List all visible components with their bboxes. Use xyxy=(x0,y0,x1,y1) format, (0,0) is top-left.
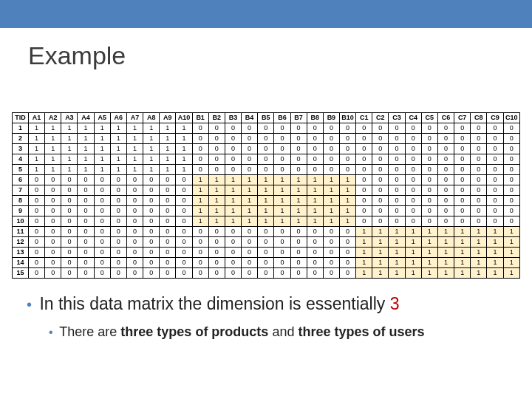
cell: 0 xyxy=(208,154,225,165)
cell: 0 xyxy=(29,185,45,196)
cell: 0 xyxy=(471,123,487,134)
row-tid: 2 xyxy=(13,134,29,144)
cell: 0 xyxy=(405,206,421,216)
cell: 1 xyxy=(160,144,176,154)
cell: 0 xyxy=(160,175,176,185)
cell: 0 xyxy=(110,206,126,216)
cell: 1 xyxy=(61,144,78,154)
cell: 0 xyxy=(143,175,160,185)
cell: 0 xyxy=(29,237,45,248)
cell: 0 xyxy=(503,196,519,206)
cell: 0 xyxy=(307,134,323,144)
cell: 0 xyxy=(274,144,290,154)
cell: 0 xyxy=(323,248,339,258)
cell: 0 xyxy=(192,144,208,154)
cell: 1 xyxy=(487,268,503,279)
cell: 1 xyxy=(372,268,389,279)
cell: 0 xyxy=(242,268,258,279)
data-matrix: TIDA1A2A3A4A5A6A7A8A9A10B1B2B3B4B5B6B7B8… xyxy=(12,112,520,279)
col-header: B6 xyxy=(274,113,290,123)
row-tid: 13 xyxy=(13,248,29,258)
cell: 1 xyxy=(126,154,143,165)
cell: 0 xyxy=(176,237,192,248)
cell: 0 xyxy=(61,227,78,237)
cell: 0 xyxy=(389,206,405,216)
cell: 1 xyxy=(225,206,241,216)
cell: 1 xyxy=(242,175,258,185)
cell: 0 xyxy=(356,134,372,144)
cell: 0 xyxy=(290,165,307,175)
cell: 0 xyxy=(126,268,143,279)
cell: 0 xyxy=(192,248,208,258)
cell: 0 xyxy=(356,175,372,185)
cell: 0 xyxy=(274,134,290,144)
cell: 0 xyxy=(192,134,208,144)
bullet-2-part1: There are xyxy=(59,324,120,339)
cell: 0 xyxy=(110,227,126,237)
cell: 0 xyxy=(323,227,339,237)
cell: 1 xyxy=(356,258,372,268)
cell: 0 xyxy=(454,206,471,216)
cell: 0 xyxy=(290,248,307,258)
cell: 0 xyxy=(323,258,339,268)
cell: 1 xyxy=(78,123,94,134)
cell: 1 xyxy=(176,165,192,175)
cell: 1 xyxy=(126,165,143,175)
row-tid: 1 xyxy=(13,123,29,134)
cell: 0 xyxy=(78,206,94,216)
bullet-2-part2: and xyxy=(268,324,298,339)
cell: 1 xyxy=(372,248,389,258)
cell: 0 xyxy=(372,175,389,185)
cell: 1 xyxy=(45,165,61,175)
col-header: A9 xyxy=(160,113,176,123)
col-header: A7 xyxy=(126,113,143,123)
col-header: B4 xyxy=(242,113,258,123)
cell: 0 xyxy=(208,165,225,175)
table-row: 8000000000011111111110000000000 xyxy=(13,196,520,206)
cell: 0 xyxy=(160,248,176,258)
cell: 0 xyxy=(160,216,176,227)
row-tid: 6 xyxy=(13,175,29,185)
col-header: A2 xyxy=(45,113,61,123)
cell: 0 xyxy=(94,258,110,268)
cell: 0 xyxy=(45,268,61,279)
table-row: 7000000000011111111110000000000 xyxy=(13,185,520,196)
cell: 1 xyxy=(421,227,437,237)
cell: 0 xyxy=(290,237,307,248)
cell: 1 xyxy=(110,154,126,165)
cell: 0 xyxy=(78,196,94,206)
cell: 0 xyxy=(61,196,78,206)
cell: 0 xyxy=(61,216,78,227)
cell: 0 xyxy=(78,258,94,268)
cell: 0 xyxy=(176,175,192,185)
cell: 0 xyxy=(61,206,78,216)
cell: 1 xyxy=(192,206,208,216)
cell: 0 xyxy=(45,206,61,216)
col-header: B10 xyxy=(339,113,355,123)
cell: 0 xyxy=(110,185,126,196)
cell: 0 xyxy=(29,206,45,216)
cell: 0 xyxy=(503,154,519,165)
cell: 1 xyxy=(126,134,143,144)
col-header: C1 xyxy=(356,113,372,123)
cell: 0 xyxy=(94,175,110,185)
cell: 1 xyxy=(487,227,503,237)
table-row: 4111111111100000000000000000000 xyxy=(13,154,520,165)
cell: 0 xyxy=(503,144,519,154)
cell: 0 xyxy=(274,123,290,134)
cell: 0 xyxy=(471,185,487,196)
cell: 0 xyxy=(290,258,307,268)
cell: 0 xyxy=(143,237,160,248)
table-row: 2111111111100000000000000000000 xyxy=(13,134,520,144)
cell: 0 xyxy=(307,248,323,258)
cell: 0 xyxy=(29,268,45,279)
cell: 0 xyxy=(421,134,437,144)
cell: 0 xyxy=(94,268,110,279)
cell: 1 xyxy=(94,134,110,144)
cell: 0 xyxy=(160,258,176,268)
cell: 1 xyxy=(437,227,454,237)
cell: 1 xyxy=(454,258,471,268)
cell: 1 xyxy=(323,206,339,216)
cell: 0 xyxy=(437,154,454,165)
cell: 0 xyxy=(405,154,421,165)
